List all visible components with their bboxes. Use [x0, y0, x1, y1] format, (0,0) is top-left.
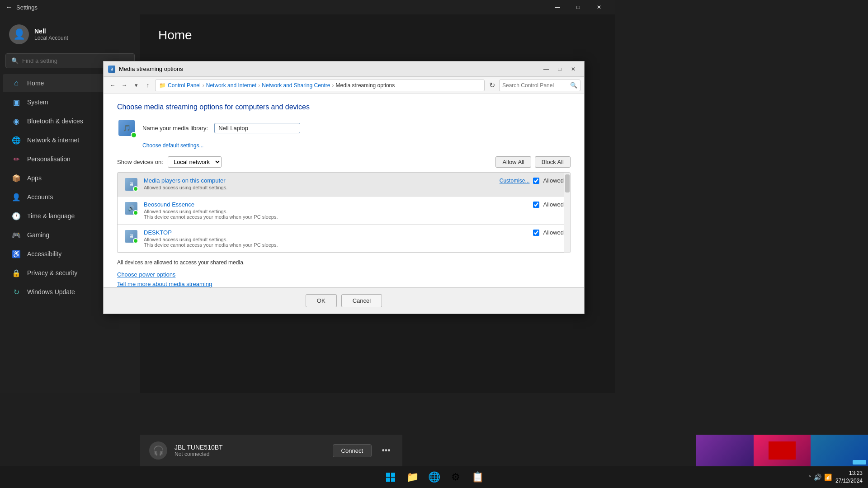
list-item: 🖥 DESKTOP Allowed access using default s…	[118, 225, 570, 253]
minimize-button[interactable]: —	[547, 0, 568, 14]
choose-default-link[interactable]: Choose default settings...	[142, 142, 203, 149]
library-name-label: Name your media library:	[142, 125, 208, 131]
nav-arrows: ← → ▾ ↑	[107, 80, 153, 91]
breadcrumb-seg0[interactable]: Control Panel	[168, 82, 201, 89]
device-right-2: Allowed	[533, 201, 564, 208]
svg-rect-2	[386, 478, 390, 482]
device-info-1: Media players on this computer Allowed a…	[144, 177, 494, 190]
breadcrumb-sep1: ›	[258, 82, 260, 89]
tray-speaker-icon[interactable]: 🔊	[814, 474, 821, 481]
scrollbar[interactable]	[564, 173, 570, 253]
svg-rect-0	[386, 473, 390, 477]
back-nav-btn[interactable]: ←	[107, 80, 118, 91]
device-right-1: Customise... Allowed	[500, 177, 564, 184]
library-status-dot	[131, 132, 137, 138]
scrollbar-thumb[interactable]	[565, 174, 570, 192]
back-button[interactable]: ←	[5, 3, 13, 11]
refresh-btn[interactable]: ↻	[486, 80, 497, 91]
all-devices-note: All devices are allowed to access your s…	[117, 259, 571, 266]
library-name-row: 🎵 Name your media library:	[117, 118, 571, 137]
clock-time: 13:23	[835, 469, 863, 477]
breadcrumb-seg2[interactable]: Network and Sharing Centre	[262, 82, 330, 89]
thumb-blue	[811, 435, 868, 466]
up-nav-btn[interactable]: ↑	[142, 80, 153, 91]
show-devices-select[interactable]: Local network	[168, 156, 222, 168]
nav-home-label: Home	[27, 80, 44, 87]
device-desc-3: Allowed access using default settings.	[144, 237, 528, 242]
nav-update-label: Windows Update	[27, 288, 75, 296]
allow-all-btn[interactable]: Allow All	[495, 156, 531, 168]
device-name-3[interactable]: DESKTOP	[144, 229, 528, 236]
taskbar-app-btn[interactable]: 📋	[467, 467, 487, 487]
user-info: Nell Local Account	[34, 28, 68, 41]
taskbar-start-btn[interactable]	[381, 467, 401, 487]
dialog-title-left: 🖥 Media streaming options	[108, 66, 183, 73]
jbl-more-btn[interactable]: •••	[379, 443, 393, 458]
device-name-2[interactable]: Beosound Essence	[144, 201, 528, 208]
dialog-maximize-btn[interactable]: □	[553, 64, 566, 74]
apps-icon: 📦	[12, 174, 21, 183]
control-panel-search[interactable]	[502, 82, 570, 89]
maximize-button[interactable]: □	[568, 0, 589, 14]
media-dialog: 🖥 Media streaming options — □ ✕ ← → ▾ ↑ …	[103, 61, 585, 314]
breadcrumb-bar[interactable]: 📁 Control Panel › Network and Internet ›…	[155, 80, 485, 91]
device-status-dot-1	[133, 186, 138, 192]
block-all-btn[interactable]: Block All	[535, 156, 571, 168]
library-name-input[interactable]	[214, 123, 300, 133]
device-checkbox-3[interactable]	[533, 230, 539, 236]
system-icon: ▣	[12, 98, 21, 107]
device-icon-3: 🖥	[124, 229, 138, 244]
tray-wifi-icon[interactable]: 📶	[824, 474, 832, 481]
dialog-title-text: Media streaming options	[119, 66, 183, 72]
nav-privacy-label: Privacy & security	[27, 269, 77, 277]
breadcrumb-seg1[interactable]: Network and Internet	[206, 82, 256, 89]
dialog-titlebar: 🖥 Media streaming options — □ ✕	[104, 61, 584, 77]
system-tray: ^ 🔊 📶	[809, 474, 832, 481]
device-warning-3: This device cannot access your media whe…	[144, 242, 528, 248]
allowed-label-3: Allowed	[543, 229, 564, 236]
device-icon-2: 🔊	[124, 201, 138, 216]
bluetooth-icon: ◉	[12, 117, 21, 126]
titlebar-controls: — □ ✕	[547, 0, 609, 14]
allowed-label-2: Allowed	[543, 201, 564, 208]
device-info-2: Beosound Essence Allowed access using de…	[144, 201, 528, 220]
taskbar-settings-btn[interactable]: ⚙	[446, 467, 466, 487]
clock[interactable]: 13:23 27/12/2024	[835, 469, 863, 485]
search-panel-icon: 🔍	[570, 82, 577, 89]
dropdown-nav-btn[interactable]: ▾	[131, 80, 142, 91]
tray-expand-btn[interactable]: ^	[809, 474, 811, 480]
jbl-status: Not connected	[175, 451, 326, 457]
dialog-close-btn[interactable]: ✕	[567, 64, 580, 74]
thumb-pink	[754, 435, 811, 466]
ok-btn[interactable]: OK	[306, 294, 337, 307]
personalisation-icon: ✏	[12, 155, 21, 164]
cancel-btn[interactable]: Cancel	[341, 294, 382, 307]
search-panel[interactable]: 🔍	[499, 80, 580, 91]
device-checkbox-1[interactable]	[533, 178, 539, 184]
customise-link-1[interactable]: Customise...	[500, 178, 530, 184]
close-button[interactable]: ✕	[589, 0, 609, 14]
dialog-minimize-btn[interactable]: —	[540, 64, 552, 74]
settings-title: Settings	[16, 4, 38, 11]
taskbar-chrome-btn[interactable]: 🌐	[424, 467, 444, 487]
allowed-label-1: Allowed	[543, 177, 564, 184]
forward-nav-btn[interactable]: →	[119, 80, 130, 91]
dialog-titlebar-controls: — □ ✕	[540, 64, 580, 74]
thumb-blue-bar	[853, 460, 866, 465]
media-streaming-link[interactable]: Tell me more about media streaming	[117, 281, 571, 287]
jbl-connect-btn[interactable]: Connect	[333, 444, 372, 457]
thumbnails-strip	[696, 435, 868, 466]
power-options-link[interactable]: Choose power options	[117, 271, 571, 278]
accounts-icon: 👤	[12, 192, 21, 202]
update-icon: ↻	[12, 287, 21, 296]
user-type: Local Account	[34, 35, 68, 41]
nav-apps-label: Apps	[27, 174, 42, 182]
jbl-device-strip: 🎧 JBL TUNE510BT Not connected Connect ••…	[140, 435, 402, 466]
taskbar-files-btn[interactable]: 📁	[402, 467, 422, 487]
breadcrumb-sep0: ›	[203, 82, 204, 89]
nav-system-label: System	[27, 99, 48, 106]
settings-titlebar: ← Settings — □ ✕	[0, 0, 615, 14]
device-status-dot-3	[133, 238, 138, 244]
device-checkbox-2[interactable]	[533, 202, 539, 208]
device-name-1[interactable]: Media players on this computer	[144, 177, 494, 184]
